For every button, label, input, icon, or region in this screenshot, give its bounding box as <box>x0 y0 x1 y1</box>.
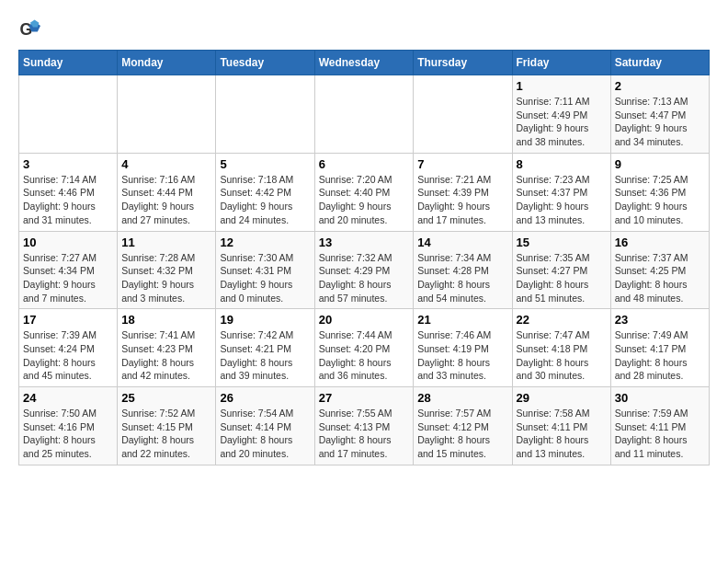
weekday-header-saturday: Saturday <box>610 51 709 75</box>
day-number: 29 <box>517 391 607 405</box>
weekday-header-tuesday: Tuesday <box>216 51 314 75</box>
day-number: 6 <box>319 157 410 171</box>
day-info: Sunrise: 7:42 AM Sunset: 4:21 PM Dayligh… <box>220 328 310 383</box>
day-info: Sunrise: 7:32 AM Sunset: 4:29 PM Dayligh… <box>319 251 410 305</box>
calendar-cell: 20Sunrise: 7:44 AM Sunset: 4:20 PM Dayli… <box>314 309 414 387</box>
day-info: Sunrise: 7:20 AM Sunset: 4:40 PM Dayligh… <box>319 173 410 227</box>
weekday-header-sunday: Sunday <box>19 51 118 75</box>
day-number: 25 <box>121 391 211 405</box>
day-info: Sunrise: 7:50 AM Sunset: 4:16 PM Dayligh… <box>23 407 113 461</box>
day-number: 26 <box>220 391 310 405</box>
week-row-3: 10Sunrise: 7:27 AM Sunset: 4:34 PM Dayli… <box>19 231 710 309</box>
weekday-header-monday: Monday <box>118 51 216 75</box>
day-info: Sunrise: 7:49 AM Sunset: 4:17 PM Dayligh… <box>615 328 705 383</box>
day-info: Sunrise: 7:35 AM Sunset: 4:27 PM Dayligh… <box>517 251 607 305</box>
calendar-cell: 22Sunrise: 7:47 AM Sunset: 4:18 PM Dayli… <box>512 309 610 387</box>
calendar-cell: 13Sunrise: 7:32 AM Sunset: 4:29 PM Dayli… <box>314 231 414 309</box>
calendar-cell: 3Sunrise: 7:14 AM Sunset: 4:46 PM Daylig… <box>19 153 118 231</box>
calendar-cell: 24Sunrise: 7:50 AM Sunset: 4:16 PM Dayli… <box>19 387 118 465</box>
day-info: Sunrise: 7:46 AM Sunset: 4:19 PM Dayligh… <box>417 328 507 383</box>
day-info: Sunrise: 7:59 AM Sunset: 4:11 PM Dayligh… <box>615 407 705 461</box>
logo: G <box>18 18 44 40</box>
day-number: 18 <box>121 313 211 327</box>
calendar-cell: 30Sunrise: 7:59 AM Sunset: 4:11 PM Dayli… <box>610 387 709 465</box>
calendar-cell <box>19 75 118 154</box>
day-info: Sunrise: 7:13 AM Sunset: 4:47 PM Dayligh… <box>615 95 705 149</box>
day-info: Sunrise: 7:28 AM Sunset: 4:32 PM Dayligh… <box>121 251 211 305</box>
calendar-cell: 14Sunrise: 7:34 AM Sunset: 4:28 PM Dayli… <box>414 231 512 309</box>
day-info: Sunrise: 7:52 AM Sunset: 4:15 PM Dayligh… <box>121 407 211 461</box>
page-header: G <box>18 18 710 40</box>
day-number: 21 <box>417 313 507 327</box>
week-row-1: 1Sunrise: 7:11 AM Sunset: 4:49 PM Daylig… <box>19 75 710 154</box>
day-info: Sunrise: 7:55 AM Sunset: 4:13 PM Dayligh… <box>319 407 410 461</box>
day-number: 1 <box>517 79 607 93</box>
day-number: 23 <box>615 313 705 327</box>
day-number: 12 <box>220 236 310 249</box>
calendar-cell: 5Sunrise: 7:18 AM Sunset: 4:42 PM Daylig… <box>216 153 314 231</box>
calendar-cell: 15Sunrise: 7:35 AM Sunset: 4:27 PM Dayli… <box>512 231 610 309</box>
calendar-cell: 9Sunrise: 7:25 AM Sunset: 4:36 PM Daylig… <box>610 153 709 231</box>
calendar-cell: 7Sunrise: 7:21 AM Sunset: 4:39 PM Daylig… <box>414 153 512 231</box>
day-info: Sunrise: 7:18 AM Sunset: 4:42 PM Dayligh… <box>220 173 310 227</box>
day-number: 14 <box>417 236 507 249</box>
day-info: Sunrise: 7:37 AM Sunset: 4:25 PM Dayligh… <box>615 251 705 305</box>
day-info: Sunrise: 7:16 AM Sunset: 4:44 PM Dayligh… <box>121 173 211 227</box>
day-number: 3 <box>23 157 113 171</box>
day-number: 15 <box>517 236 607 249</box>
day-info: Sunrise: 7:27 AM Sunset: 4:34 PM Dayligh… <box>23 251 113 305</box>
day-info: Sunrise: 7:30 AM Sunset: 4:31 PM Dayligh… <box>220 251 310 305</box>
day-number: 10 <box>23 236 113 249</box>
weekday-header-wednesday: Wednesday <box>314 51 414 75</box>
day-number: 8 <box>517 157 607 171</box>
calendar-cell <box>414 75 512 154</box>
calendar-cell <box>314 75 414 154</box>
day-info: Sunrise: 7:11 AM Sunset: 4:49 PM Dayligh… <box>517 95 607 149</box>
day-info: Sunrise: 7:14 AM Sunset: 4:46 PM Dayligh… <box>23 173 113 227</box>
calendar-cell: 11Sunrise: 7:28 AM Sunset: 4:32 PM Dayli… <box>118 231 216 309</box>
calendar-cell: 21Sunrise: 7:46 AM Sunset: 4:19 PM Dayli… <box>414 309 512 387</box>
week-row-2: 3Sunrise: 7:14 AM Sunset: 4:46 PM Daylig… <box>19 153 710 231</box>
calendar-cell: 23Sunrise: 7:49 AM Sunset: 4:17 PM Dayli… <box>610 309 709 387</box>
day-info: Sunrise: 7:41 AM Sunset: 4:23 PM Dayligh… <box>121 328 211 383</box>
calendar-cell: 26Sunrise: 7:54 AM Sunset: 4:14 PM Dayli… <box>216 387 314 465</box>
day-info: Sunrise: 7:47 AM Sunset: 4:18 PM Dayligh… <box>517 328 607 383</box>
calendar-cell <box>216 75 314 154</box>
calendar-cell: 8Sunrise: 7:23 AM Sunset: 4:37 PM Daylig… <box>512 153 610 231</box>
day-info: Sunrise: 7:39 AM Sunset: 4:24 PM Dayligh… <box>23 328 113 383</box>
calendar-cell: 2Sunrise: 7:13 AM Sunset: 4:47 PM Daylig… <box>610 75 709 154</box>
day-number: 5 <box>220 157 310 171</box>
weekday-header-friday: Friday <box>512 51 610 75</box>
day-info: Sunrise: 7:21 AM Sunset: 4:39 PM Dayligh… <box>417 173 507 227</box>
day-info: Sunrise: 7:34 AM Sunset: 4:28 PM Dayligh… <box>417 251 507 305</box>
calendar-cell: 4Sunrise: 7:16 AM Sunset: 4:44 PM Daylig… <box>118 153 216 231</box>
day-number: 16 <box>615 236 705 249</box>
calendar-cell: 6Sunrise: 7:20 AM Sunset: 4:40 PM Daylig… <box>314 153 414 231</box>
day-info: Sunrise: 7:25 AM Sunset: 4:36 PM Dayligh… <box>615 173 705 227</box>
calendar-cell: 18Sunrise: 7:41 AM Sunset: 4:23 PM Dayli… <box>118 309 216 387</box>
calendar-cell: 28Sunrise: 7:57 AM Sunset: 4:12 PM Dayli… <box>414 387 512 465</box>
day-info: Sunrise: 7:23 AM Sunset: 4:37 PM Dayligh… <box>517 173 607 227</box>
calendar-table: SundayMondayTuesdayWednesdayThursdayFrid… <box>18 50 710 465</box>
day-number: 30 <box>615 391 705 405</box>
calendar-cell: 27Sunrise: 7:55 AM Sunset: 4:13 PM Dayli… <box>314 387 414 465</box>
week-row-5: 24Sunrise: 7:50 AM Sunset: 4:16 PM Dayli… <box>19 387 710 465</box>
day-number: 24 <box>23 391 113 405</box>
calendar-cell: 29Sunrise: 7:58 AM Sunset: 4:11 PM Dayli… <box>512 387 610 465</box>
day-number: 27 <box>319 391 410 405</box>
day-number: 7 <box>417 157 507 171</box>
day-info: Sunrise: 7:54 AM Sunset: 4:14 PM Dayligh… <box>220 407 310 461</box>
day-number: 22 <box>517 313 607 327</box>
day-number: 17 <box>23 313 113 327</box>
calendar-cell: 10Sunrise: 7:27 AM Sunset: 4:34 PM Dayli… <box>19 231 118 309</box>
day-info: Sunrise: 7:57 AM Sunset: 4:12 PM Dayligh… <box>417 407 507 461</box>
weekday-header-row: SundayMondayTuesdayWednesdayThursdayFrid… <box>19 51 710 75</box>
day-number: 13 <box>319 236 410 249</box>
day-number: 9 <box>615 157 705 171</box>
weekday-header-thursday: Thursday <box>414 51 512 75</box>
day-number: 28 <box>417 391 507 405</box>
calendar-cell: 17Sunrise: 7:39 AM Sunset: 4:24 PM Dayli… <box>19 309 118 387</box>
calendar-cell: 12Sunrise: 7:30 AM Sunset: 4:31 PM Dayli… <box>216 231 314 309</box>
week-row-4: 17Sunrise: 7:39 AM Sunset: 4:24 PM Dayli… <box>19 309 710 387</box>
day-number: 20 <box>319 313 410 327</box>
